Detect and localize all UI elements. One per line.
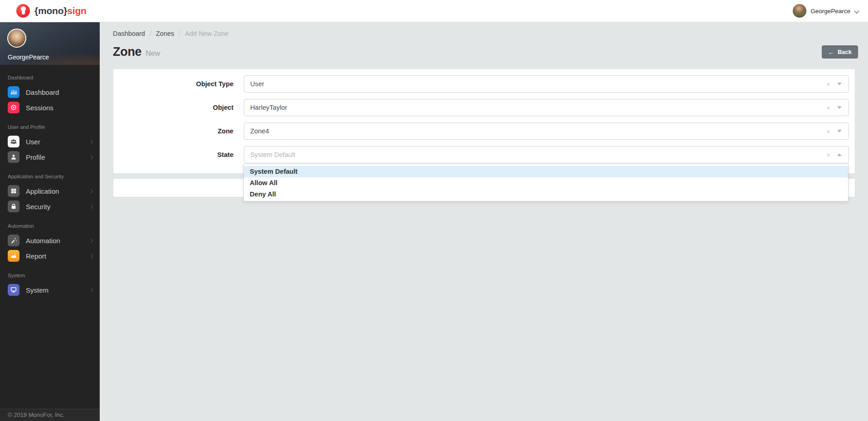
magic-wand-icon	[8, 235, 19, 246]
user-avatar	[793, 4, 806, 18]
form-row-object-type: Object Type User ×	[113, 75, 855, 93]
sidebar-item-label: Sessions	[26, 104, 53, 112]
zone-value: Zone4	[250, 127, 269, 135]
zone-label: Zone	[113, 127, 233, 135]
sidebar-item-label: User	[26, 138, 40, 146]
chevron-down-icon	[854, 9, 859, 13]
chevron-right-icon	[89, 189, 93, 193]
form-row-zone: Zone Zone4 ×	[113, 122, 855, 140]
caret-up-icon[interactable]	[837, 153, 842, 156]
breadcrumb-dashboard[interactable]: Dashboard	[113, 30, 145, 37]
app-root: {mono}sign GeorgePearce GeorgePearce Das…	[0, 0, 868, 421]
brand-name: {mono}sign	[34, 5, 87, 16]
state-dropdown-menu: System Default Allow All Deny All	[243, 164, 849, 201]
clear-icon[interactable]: ×	[826, 152, 830, 158]
user-menu[interactable]: GeorgePearce	[793, 4, 859, 18]
sidebar-item-system[interactable]: System	[0, 282, 100, 298]
sidebar-profile-card: GeorgePearce	[0, 22, 100, 65]
caret-down-icon[interactable]	[837, 130, 842, 132]
sidebar-item-label: System	[26, 286, 48, 294]
page-title: Zone	[113, 45, 141, 59]
monitor-icon	[8, 284, 19, 296]
nav-section-automation: Automation	[8, 223, 92, 229]
object-type-value: User	[250, 80, 264, 88]
sidebar-item-security[interactable]: Security	[0, 199, 100, 214]
dropdown-option-system-default[interactable]: System Default	[244, 166, 848, 177]
dropdown-option-deny-all[interactable]: Deny All	[244, 189, 848, 200]
sidebar-profile-name: GeorgePearce	[8, 54, 49, 61]
zone-form-card: Object Type User × Object HarleyTaylor ×…	[113, 69, 855, 174]
page-head: Zone New	[113, 45, 160, 59]
dashboard-icon	[8, 86, 19, 98]
nav-section-application-security: Application and Security	[8, 174, 92, 179]
breadcrumb: Dashboard / Zones / Add New Zone	[113, 30, 228, 37]
form-row-state: State System Default ×	[113, 146, 855, 163]
state-label: State	[113, 151, 233, 158]
sidebar-item-dashboard[interactable]: Dashboard	[0, 84, 100, 100]
top-bar: {mono}sign GeorgePearce	[0, 0, 868, 22]
chevron-right-icon	[89, 140, 93, 143]
clear-icon[interactable]: ×	[826, 81, 830, 88]
form-row-object: Object HarleyTaylor ×	[113, 99, 855, 116]
sidebar: GeorgePearce Dashboard Dashboard Session…	[0, 22, 100, 421]
back-button[interactable]: ← Back	[822, 45, 858, 59]
main-content: Dashboard / Zones / Add New Zone Zone Ne…	[100, 22, 868, 421]
zone-select[interactable]: Zone4 ×	[244, 122, 849, 140]
back-arrow-icon: ←	[828, 49, 834, 56]
state-select[interactable]: System Default ×	[244, 146, 849, 163]
object-select[interactable]: HarleyTaylor ×	[244, 99, 849, 116]
object-value: HarleyTaylor	[250, 104, 287, 111]
user-menu-name: GeorgePearce	[810, 8, 850, 15]
chevron-right-icon	[89, 254, 93, 258]
chevron-right-icon	[89, 155, 93, 159]
object-type-select[interactable]: User ×	[244, 75, 849, 93]
chevron-right-icon	[89, 288, 93, 292]
caret-down-icon[interactable]	[837, 106, 842, 109]
back-button-label: Back	[838, 49, 852, 55]
nav-section-system: System	[8, 273, 92, 278]
breadcrumb-separator: /	[179, 30, 180, 37]
object-label: Object	[113, 104, 233, 111]
page-subtitle: New	[145, 49, 160, 58]
brand-name-sign: sign	[67, 5, 86, 16]
clear-icon[interactable]: ×	[826, 104, 830, 111]
sidebar-item-automation[interactable]: Automation	[0, 233, 100, 248]
sidebar-item-label: Profile	[26, 153, 45, 161]
nav-section-user-profile: User and Profile	[8, 124, 92, 130]
sidebar-item-label: Security	[26, 203, 50, 210]
object-type-label: Object Type	[113, 80, 233, 88]
users-icon	[8, 136, 19, 147]
chevron-right-icon	[89, 205, 93, 208]
sidebar-nav: Dashboard Dashboard Sessions User and Pr…	[0, 65, 100, 298]
sidebar-item-profile[interactable]: Profile	[0, 149, 100, 165]
nav-section-dashboard: Dashboard	[8, 75, 92, 80]
brand-name-mono: {mono}	[34, 5, 67, 16]
sidebar-item-label: Automation	[26, 237, 60, 245]
sidebar-item-label: Application	[26, 187, 59, 195]
profile-icon	[8, 151, 19, 163]
sidebar-item-sessions[interactable]: Sessions	[0, 100, 100, 115]
sidebar-profile-avatar	[7, 29, 26, 48]
report-chart-icon	[8, 250, 19, 262]
breadcrumb-current: Add New Zone	[185, 30, 228, 37]
sessions-icon	[8, 102, 19, 113]
breadcrumb-zones[interactable]: Zones	[156, 30, 174, 37]
copyright-footer: © 2019 MonoFor, Inc.	[0, 409, 100, 421]
sidebar-item-label: Report	[26, 252, 46, 260]
application-icon	[8, 185, 19, 197]
lock-icon	[8, 201, 19, 212]
sidebar-item-label: Dashboard	[26, 88, 59, 96]
caret-down-icon[interactable]	[837, 83, 842, 85]
breadcrumb-separator: /	[150, 30, 151, 37]
sidebar-item-user[interactable]: User	[0, 134, 100, 149]
state-placeholder: System Default	[250, 151, 296, 158]
clear-icon[interactable]: ×	[826, 128, 830, 135]
monosign-keyhole-icon	[16, 4, 30, 18]
chevron-right-icon	[89, 239, 93, 242]
sidebar-item-report[interactable]: Report	[0, 248, 100, 264]
dropdown-option-allow-all[interactable]: Allow All	[244, 177, 848, 189]
sidebar-item-application[interactable]: Application	[0, 183, 100, 199]
brand-logo[interactable]: {mono}sign	[16, 4, 87, 18]
